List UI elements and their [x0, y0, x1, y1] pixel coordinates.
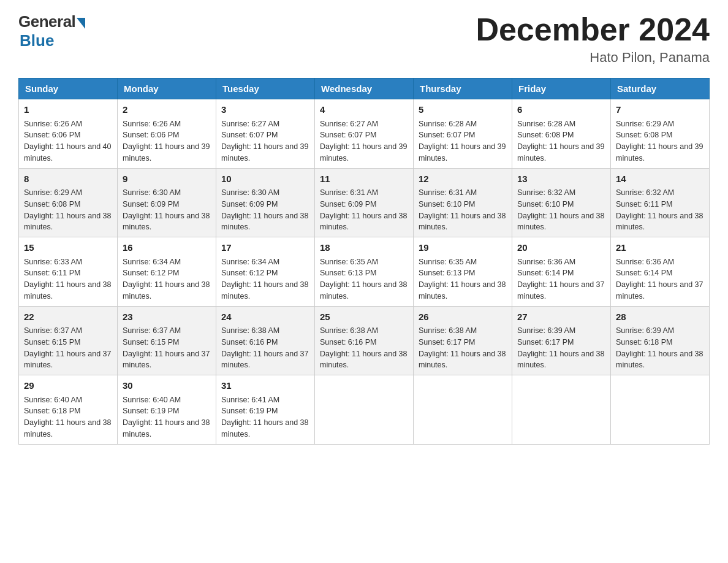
table-row: 3Sunrise: 6:27 AMSunset: 6:07 PMDaylight… [216, 99, 315, 169]
table-row: 16Sunrise: 6:34 AMSunset: 6:12 PMDayligh… [118, 237, 216, 307]
table-row: 23Sunrise: 6:37 AMSunset: 6:15 PMDayligh… [118, 306, 216, 375]
day-number: 28 [616, 310, 704, 324]
day-info: Sunrise: 6:31 AMSunset: 6:09 PMDaylight:… [320, 188, 407, 231]
table-row: 26Sunrise: 6:38 AMSunset: 6:17 PMDayligh… [414, 306, 512, 375]
day-info: Sunrise: 6:26 AMSunset: 6:06 PMDaylight:… [123, 120, 210, 163]
day-number: 12 [419, 172, 507, 186]
table-row: 24Sunrise: 6:38 AMSunset: 6:16 PMDayligh… [216, 306, 315, 375]
table-row: 2Sunrise: 6:26 AMSunset: 6:06 PMDaylight… [118, 99, 216, 169]
day-info: Sunrise: 6:30 AMSunset: 6:09 PMDaylight:… [123, 188, 210, 231]
day-info: Sunrise: 6:28 AMSunset: 6:08 PMDaylight:… [517, 120, 604, 163]
day-number: 17 [221, 241, 309, 255]
table-row: 9Sunrise: 6:30 AMSunset: 6:09 PMDaylight… [118, 168, 216, 237]
table-row [414, 375, 512, 445]
header-monday: Monday [118, 79, 216, 99]
day-number: 21 [616, 241, 704, 255]
logo-general-text: General [18, 12, 75, 31]
day-number: 3 [221, 103, 309, 117]
page-header: General Blue December 2024 Hato Pilon, P… [18, 12, 710, 66]
day-number: 10 [221, 172, 309, 186]
day-number: 4 [320, 103, 408, 117]
table-row: 12Sunrise: 6:31 AMSunset: 6:10 PMDayligh… [414, 168, 512, 237]
day-info: Sunrise: 6:31 AMSunset: 6:10 PMDaylight:… [419, 188, 506, 231]
table-row: 28Sunrise: 6:39 AMSunset: 6:18 PMDayligh… [611, 306, 710, 375]
day-number: 13 [517, 172, 605, 186]
day-number: 30 [123, 379, 211, 393]
day-info: Sunrise: 6:33 AMSunset: 6:11 PMDaylight:… [24, 258, 111, 301]
calendar-week-row: 1Sunrise: 6:26 AMSunset: 6:06 PMDaylight… [19, 99, 710, 169]
day-info: Sunrise: 6:37 AMSunset: 6:15 PMDaylight:… [24, 326, 111, 369]
logo-blue-text: Blue [20, 31, 54, 50]
table-row [315, 375, 414, 445]
day-info: Sunrise: 6:28 AMSunset: 6:07 PMDaylight:… [419, 120, 506, 163]
calendar-week-row: 8Sunrise: 6:29 AMSunset: 6:08 PMDaylight… [19, 168, 710, 237]
day-info: Sunrise: 6:39 AMSunset: 6:17 PMDaylight:… [517, 326, 604, 369]
day-number: 15 [24, 241, 112, 255]
table-row: 15Sunrise: 6:33 AMSunset: 6:11 PMDayligh… [19, 237, 118, 307]
day-number: 9 [123, 172, 211, 186]
table-row [611, 375, 710, 445]
title-section: December 2024 Hato Pilon, Panama [476, 12, 710, 66]
day-number: 25 [320, 310, 408, 324]
day-number: 7 [616, 103, 704, 117]
day-info: Sunrise: 6:27 AMSunset: 6:07 PMDaylight:… [320, 120, 407, 163]
day-number: 22 [24, 310, 112, 324]
day-info: Sunrise: 6:36 AMSunset: 6:14 PMDaylight:… [616, 258, 703, 301]
day-number: 2 [123, 103, 211, 117]
month-title: December 2024 [476, 12, 710, 47]
table-row: 7Sunrise: 6:29 AMSunset: 6:08 PMDaylight… [611, 99, 710, 169]
day-info: Sunrise: 6:38 AMSunset: 6:16 PMDaylight:… [320, 326, 407, 369]
table-row: 22Sunrise: 6:37 AMSunset: 6:15 PMDayligh… [19, 306, 118, 375]
logo: General Blue [18, 12, 85, 50]
table-row: 14Sunrise: 6:32 AMSunset: 6:11 PMDayligh… [611, 168, 710, 237]
day-number: 1 [24, 103, 112, 117]
day-info: Sunrise: 6:30 AMSunset: 6:09 PMDaylight:… [221, 188, 308, 231]
day-number: 31 [221, 379, 309, 393]
location-text: Hato Pilon, Panama [476, 50, 710, 66]
header-wednesday: Wednesday [315, 79, 414, 99]
header-friday: Friday [512, 79, 611, 99]
table-row: 20Sunrise: 6:36 AMSunset: 6:14 PMDayligh… [512, 237, 611, 307]
table-row: 5Sunrise: 6:28 AMSunset: 6:07 PMDaylight… [414, 99, 512, 169]
day-number: 14 [616, 172, 704, 186]
table-row [512, 375, 611, 445]
day-number: 26 [419, 310, 507, 324]
day-info: Sunrise: 6:37 AMSunset: 6:15 PMDaylight:… [123, 326, 210, 369]
day-info: Sunrise: 6:35 AMSunset: 6:13 PMDaylight:… [419, 258, 506, 301]
day-info: Sunrise: 6:29 AMSunset: 6:08 PMDaylight:… [24, 188, 111, 231]
day-info: Sunrise: 6:26 AMSunset: 6:06 PMDaylight:… [24, 120, 111, 163]
table-row: 6Sunrise: 6:28 AMSunset: 6:08 PMDaylight… [512, 99, 611, 169]
day-info: Sunrise: 6:29 AMSunset: 6:08 PMDaylight:… [616, 120, 703, 163]
day-number: 20 [517, 241, 605, 255]
table-row: 25Sunrise: 6:38 AMSunset: 6:16 PMDayligh… [315, 306, 414, 375]
day-info: Sunrise: 6:32 AMSunset: 6:10 PMDaylight:… [517, 188, 604, 231]
table-row: 30Sunrise: 6:40 AMSunset: 6:19 PMDayligh… [118, 375, 216, 445]
table-row: 1Sunrise: 6:26 AMSunset: 6:06 PMDaylight… [19, 99, 118, 169]
day-info: Sunrise: 6:34 AMSunset: 6:12 PMDaylight:… [123, 258, 210, 301]
table-row: 13Sunrise: 6:32 AMSunset: 6:10 PMDayligh… [512, 168, 611, 237]
day-number: 18 [320, 241, 408, 255]
header-saturday: Saturday [611, 79, 710, 99]
day-info: Sunrise: 6:34 AMSunset: 6:12 PMDaylight:… [221, 258, 308, 301]
table-row: 4Sunrise: 6:27 AMSunset: 6:07 PMDaylight… [315, 99, 414, 169]
table-row: 27Sunrise: 6:39 AMSunset: 6:17 PMDayligh… [512, 306, 611, 375]
table-row: 21Sunrise: 6:36 AMSunset: 6:14 PMDayligh… [611, 237, 710, 307]
day-number: 8 [24, 172, 112, 186]
table-row: 10Sunrise: 6:30 AMSunset: 6:09 PMDayligh… [216, 168, 315, 237]
day-info: Sunrise: 6:35 AMSunset: 6:13 PMDaylight:… [320, 258, 407, 301]
day-info: Sunrise: 6:27 AMSunset: 6:07 PMDaylight:… [221, 120, 308, 163]
table-row: 31Sunrise: 6:41 AMSunset: 6:19 PMDayligh… [216, 375, 315, 445]
table-row: 18Sunrise: 6:35 AMSunset: 6:13 PMDayligh… [315, 237, 414, 307]
table-row: 17Sunrise: 6:34 AMSunset: 6:12 PMDayligh… [216, 237, 315, 307]
header-tuesday: Tuesday [216, 79, 315, 99]
calendar-week-row: 29Sunrise: 6:40 AMSunset: 6:18 PMDayligh… [19, 375, 710, 445]
day-number: 5 [419, 103, 507, 117]
day-number: 27 [517, 310, 605, 324]
day-number: 11 [320, 172, 408, 186]
day-number: 24 [221, 310, 309, 324]
header-sunday: Sunday [19, 79, 118, 99]
logo-arrow-icon [77, 18, 85, 29]
day-info: Sunrise: 6:39 AMSunset: 6:18 PMDaylight:… [616, 326, 703, 369]
table-row: 8Sunrise: 6:29 AMSunset: 6:08 PMDaylight… [19, 168, 118, 237]
day-number: 29 [24, 379, 112, 393]
